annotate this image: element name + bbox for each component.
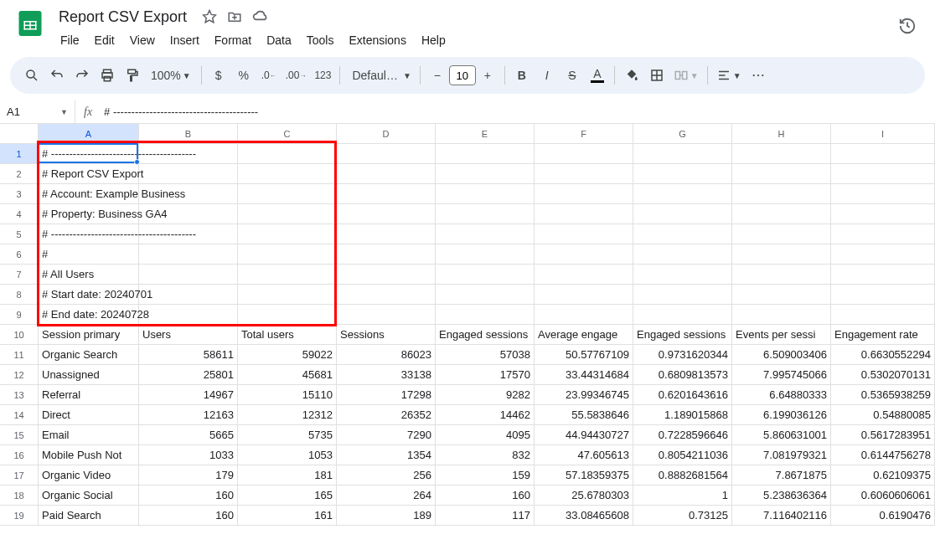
cell[interactable]: 832	[436, 445, 535, 465]
cell[interactable]	[238, 305, 337, 325]
fontsize-input[interactable]	[449, 65, 476, 85]
cell[interactable]	[732, 144, 831, 164]
column-header[interactable]: B	[139, 124, 238, 143]
cell[interactable]	[238, 244, 337, 265]
cell[interactable]	[831, 224, 935, 244]
column-header[interactable]: I	[831, 124, 935, 143]
cell[interactable]	[436, 224, 535, 244]
cell[interactable]: 5735	[238, 425, 337, 445]
row-header[interactable]: 13	[0, 385, 39, 405]
cell[interactable]: Sessions	[337, 325, 436, 345]
cell[interactable]: 165	[238, 486, 337, 506]
cell[interactable]: 25801	[139, 365, 238, 385]
menu-data[interactable]: Data	[260, 30, 298, 50]
cell[interactable]	[633, 224, 732, 244]
cell[interactable]	[337, 164, 436, 184]
cell[interactable]	[831, 305, 935, 325]
cell[interactable]: 33138	[337, 365, 436, 385]
cell[interactable]: 7.995745066	[732, 365, 831, 385]
paint-format-icon[interactable]	[121, 64, 144, 87]
cell[interactable]	[535, 285, 633, 305]
cell[interactable]: 0.73125	[633, 506, 732, 526]
cell[interactable]: # --------------------------------------…	[39, 224, 139, 244]
cell[interactable]	[436, 184, 535, 204]
spreadsheet-grid[interactable]: ABCDEFGHI 12345678910111213141516171819 …	[0, 124, 935, 526]
cell[interactable]	[436, 144, 535, 164]
row-header[interactable]: 2	[0, 164, 39, 184]
move-icon[interactable]	[227, 8, 242, 25]
cell[interactable]: 17570	[436, 365, 535, 385]
cell[interactable]	[436, 244, 535, 265]
cell[interactable]: 6.509003406	[732, 345, 831, 365]
cell[interactable]: 0.7228596646	[633, 425, 732, 445]
cell[interactable]: 161	[238, 506, 337, 526]
cell[interactable]: 26352	[337, 405, 436, 425]
cell[interactable]: 1354	[337, 445, 436, 465]
cell[interactable]	[732, 224, 831, 244]
cell[interactable]	[436, 265, 535, 285]
cell[interactable]: # Account: Example Business	[39, 184, 139, 204]
formula-input[interactable]: # --------------------------------------…	[101, 105, 935, 118]
cell[interactable]: 0.6201643616	[633, 385, 732, 405]
cell[interactable]	[337, 204, 436, 224]
fontsize-decrease[interactable]: −	[426, 64, 449, 87]
bold-icon[interactable]: B	[510, 64, 534, 87]
document-title[interactable]: Report CSV Export	[54, 7, 192, 28]
cell[interactable]	[831, 144, 935, 164]
cell[interactable]: 58611	[139, 345, 238, 365]
cell[interactable]: # Property: Business GA4	[39, 204, 139, 224]
cell[interactable]: 50.57767109	[535, 345, 633, 365]
cell[interactable]: 0.5617283951	[831, 425, 935, 445]
menu-edit[interactable]: Edit	[88, 30, 121, 50]
cell[interactable]: 0.6144756278	[831, 445, 935, 465]
cell[interactable]: 0.6630552294	[831, 345, 935, 365]
cell[interactable]	[535, 265, 633, 285]
cell[interactable]: 0.5365938259	[831, 385, 935, 405]
cell[interactable]	[139, 285, 238, 305]
cell[interactable]	[831, 285, 935, 305]
cell[interactable]	[337, 224, 436, 244]
cell[interactable]: Engaged sessions	[633, 325, 732, 345]
cell[interactable]: 57.18359375	[535, 465, 633, 486]
sheets-logo[interactable]	[13, 7, 47, 40]
cell[interactable]: Organic Search	[39, 345, 139, 365]
cell[interactable]: 0.6190476	[831, 506, 935, 526]
decrease-decimal-icon[interactable]: .0←	[257, 64, 281, 87]
cell[interactable]	[831, 204, 935, 224]
cell[interactable]	[238, 224, 337, 244]
cell[interactable]	[633, 244, 732, 265]
menu-view[interactable]: View	[123, 30, 162, 50]
strikethrough-icon[interactable]: S	[560, 64, 584, 87]
cell[interactable]	[535, 184, 633, 204]
row-header[interactable]: 1	[0, 144, 39, 164]
cell[interactable]: Paid Search	[39, 506, 139, 526]
menu-insert[interactable]: Insert	[163, 30, 206, 50]
cell[interactable]	[732, 265, 831, 285]
fontsize-increase[interactable]: +	[476, 64, 499, 87]
cell[interactable]: 12312	[238, 405, 337, 425]
cell[interactable]	[633, 184, 732, 204]
print-icon[interactable]	[96, 64, 119, 87]
cell[interactable]	[633, 164, 732, 184]
row-header[interactable]: 7	[0, 265, 39, 285]
history-icon[interactable]	[893, 12, 922, 43]
cell[interactable]: 256	[337, 465, 436, 486]
cell[interactable]	[732, 184, 831, 204]
cell[interactable]: Email	[39, 425, 139, 445]
cell[interactable]: 7.116402116	[732, 506, 831, 526]
search-icon[interactable]	[20, 64, 44, 87]
row-header[interactable]: 18	[0, 486, 39, 506]
cell[interactable]	[633, 144, 732, 164]
menu-format[interactable]: Format	[208, 30, 258, 50]
row-header[interactable]: 16	[0, 445, 39, 465]
menu-extensions[interactable]: Extensions	[342, 30, 412, 50]
row-header[interactable]: 12	[0, 365, 39, 385]
cells-area[interactable]: # --------------------------------------…	[39, 144, 935, 526]
cell[interactable]: 5.238636364	[732, 486, 831, 506]
cell[interactable]	[139, 305, 238, 325]
cell[interactable]: 189	[337, 506, 436, 526]
row-header[interactable]: 10	[0, 325, 39, 345]
column-header[interactable]: A	[39, 124, 139, 143]
row-header[interactable]: 5	[0, 224, 39, 244]
row-header[interactable]: 14	[0, 405, 39, 425]
